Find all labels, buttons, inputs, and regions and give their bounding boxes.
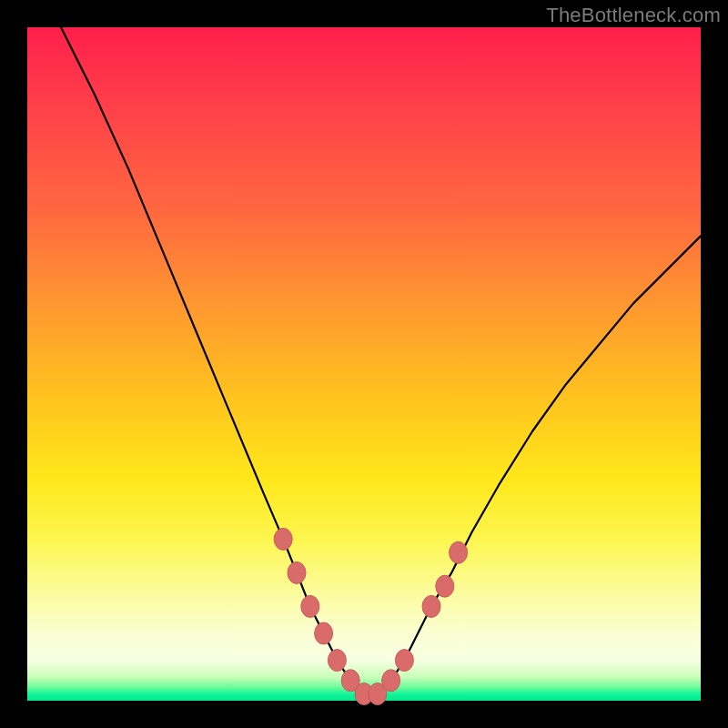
curve-marker [288,561,306,583]
bottleneck-curve [27,0,701,694]
curve-marker [422,595,440,617]
curve-marker [315,622,333,644]
attribution-text: TheBottleneck.com [546,4,721,27]
curve-markers [274,528,467,704]
curve-marker [382,670,400,692]
curve-marker [450,541,468,563]
curve-marker [274,528,292,550]
plot-area [27,27,701,701]
curve-marker [328,650,346,672]
curve-marker [395,650,413,672]
curve-marker [301,595,319,617]
curve-layer [27,27,701,701]
chart-frame: TheBottleneck.com [0,0,728,728]
curve-marker [436,575,454,597]
